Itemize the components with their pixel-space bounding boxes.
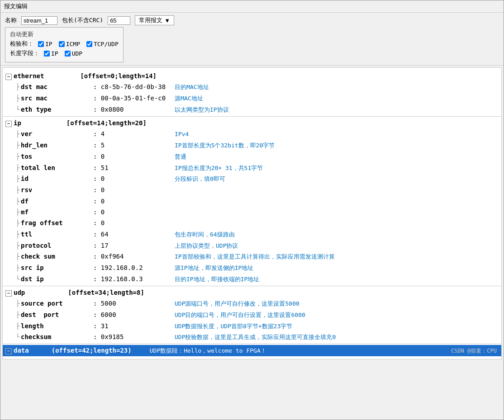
divider2 <box>3 286 501 286</box>
ttl-value: : 64 <box>93 229 166 239</box>
tree-line-icon: └ <box>14 104 21 114</box>
ip-len-item[interactable]: IP <box>44 50 58 57</box>
check-sum-row[interactable]: ├ check sum : 0xf964 IP首部校验和，这里是工具计算得出，实… <box>3 251 501 262</box>
df-value: : 0 <box>93 196 166 206</box>
tree-line-icon: ├ <box>14 93 21 103</box>
src-ip-value: : 192.168.0.2 <box>93 263 166 273</box>
ip-checkbox[interactable] <box>38 41 44 47</box>
df-row[interactable]: ├ df : 0 <box>3 196 501 207</box>
common-packet-dropdown[interactable]: 常用报文 ▼ <box>135 15 174 25</box>
udp-section-header[interactable]: − udp [offset=34;length=8] <box>3 287 501 298</box>
length-field-label: 长度字段： <box>10 49 39 57</box>
udp-len-label: UDP <box>72 50 82 57</box>
ver-key: ver <box>21 129 93 139</box>
data-section-row[interactable]: − data (offset=42;length=23) UDP数据段：Hell… <box>3 345 501 356</box>
src-ip-row[interactable]: ├ src ip : 192.168.0.2 源IP地址，即发送侧的IP地址 <box>3 262 501 274</box>
title-bar: 报文编辑 <box>0 0 504 13</box>
mf-row[interactable]: ├ mf : 0 <box>3 207 501 217</box>
icmp-check-item[interactable]: ICMP <box>59 41 80 47</box>
hdr-len-comment: IP首部长度为5个32bit数，即20字节 <box>175 141 275 151</box>
src-ip-comment: 源IP地址，即发送侧的IP地址 <box>175 264 253 273</box>
ethernet-section-header[interactable]: − ethernet [offset=0;length=14] <box>3 71 501 81</box>
udp-collapse-icon[interactable]: − <box>5 290 12 297</box>
auto-update-label: 自动更新 <box>10 30 33 38</box>
dst-mac-key: dst mac <box>21 82 93 92</box>
udp-len-checkbox[interactable] <box>65 51 71 57</box>
ethernet-collapse-icon[interactable]: − <box>5 74 12 80</box>
udp-length-row[interactable]: ├ length : 31 UDP数据报长度，UDP首部8字节+数据23字节 <box>3 321 501 332</box>
dest-port-row[interactable]: ├ dest port : 6000 UDP目的端口号，用户可自行设置，这里设置… <box>3 309 501 321</box>
data-label: data <box>14 345 29 355</box>
udp-checksum-value: : 0x9185 <box>93 332 166 342</box>
ver-row[interactable]: ├ ver : 4 IPv4 <box>3 128 501 140</box>
ethernet-label: ethernet <box>14 71 44 81</box>
ip-check-label: IP <box>45 41 52 47</box>
src-mac-row[interactable]: ├ src mac : 00-0a-35-01-fe-c0 源MAC地址 <box>3 93 501 104</box>
tos-comment: 普通 <box>175 152 186 162</box>
source-port-key: source port <box>21 298 93 308</box>
rsv-key: rsv <box>21 185 93 195</box>
protocol-row[interactable]: ├ protocol : 17 上层协议类型，UDP协议 <box>3 240 501 251</box>
tree-line-icon: ├ <box>14 298 21 308</box>
ip-offset: [offset=14;length=20] <box>67 118 147 128</box>
packet-editor: − ethernet [offset=0;length=14] ├ dst ma… <box>0 67 504 359</box>
total-len-comment: IP报总长度为20+ 31，共51字节 <box>175 164 263 173</box>
tcp-udp-checkbox[interactable] <box>86 41 92 47</box>
source-port-value: : 5000 <box>93 298 166 308</box>
udp-checksum-row[interactable]: └ checksum : 0x9185 UDP校验数据，这里是工具生成，实际应用… <box>3 331 501 343</box>
df-key: df <box>21 196 93 206</box>
protocol-key: protocol <box>21 241 93 250</box>
src-mac-value: : 00-0a-35-01-fe-c0 <box>93 93 166 103</box>
eth-type-value: : 0x0800 <box>93 104 166 114</box>
eth-type-key: eth type <box>21 104 93 114</box>
tos-row[interactable]: ├ tos : 0 普通 <box>3 151 501 162</box>
ttl-row[interactable]: ├ ttl : 64 包生存时间，64级路由 <box>3 229 501 240</box>
eth-type-comment: 以太网类型为IP协议 <box>175 105 229 115</box>
dst-mac-row[interactable]: ├ dst mac : c8-5b-76-dd-0b-38 目的MAC地址 <box>3 81 501 93</box>
icmp-checkbox[interactable] <box>59 41 65 47</box>
tree-line-icon: ├ <box>14 310 21 320</box>
divider3 <box>3 344 501 344</box>
source-port-row[interactable]: ├ source port : 5000 UDP源端口号，用户可自行修改，这里设… <box>3 298 501 309</box>
check-sum-comment: IP首部校验和，这里是工具计算得出，实际应用需发送测计算 <box>175 252 335 262</box>
dest-port-value: : 6000 <box>93 310 166 320</box>
eth-type-row[interactable]: └ eth type : 0x0800 以太网类型为IP协议 <box>3 104 501 115</box>
frag-offset-value: : 0 <box>93 218 166 228</box>
ip-check-item[interactable]: IP <box>38 41 52 47</box>
udp-len-item[interactable]: UDP <box>65 50 82 57</box>
data-collapse-icon[interactable]: − <box>5 348 12 354</box>
name-input[interactable] <box>21 16 57 25</box>
tree-line-icon: ├ <box>14 185 21 195</box>
tree-line-icon: ├ <box>14 196 21 206</box>
id-row[interactable]: ├ id : 0 分段标识，填0即可 <box>3 173 501 184</box>
checksum-label: 检验和： <box>10 40 33 48</box>
packet-len-input[interactable] <box>108 16 130 25</box>
total-len-value: : 51 <box>93 163 166 173</box>
data-comment: UDP数据段：Hello，welcome to FPGA！ <box>150 346 266 356</box>
tree-line-icon: ├ <box>14 151 21 161</box>
udp-checksum-comment: UDP校验数据，这里是工具生成，实际应用这里可直接全填充0 <box>175 333 336 342</box>
ip-label: ip <box>14 118 21 128</box>
ip-section-header[interactable]: − ip [offset=14;length=20] <box>3 118 501 128</box>
hdr-len-key: hdr_len <box>21 140 93 150</box>
watermark: CSDN @假童：CPU <box>451 347 501 355</box>
total-len-key: total len <box>21 163 93 173</box>
packet-len-label: 包长(不含CRC) <box>62 16 103 24</box>
window-title: 报文编辑 <box>4 3 28 9</box>
hdr-len-row[interactable]: ├ hdr_len : 5 IP首部长度为5个32bit数，即20字节 <box>3 140 501 151</box>
tree-line-icon: ├ <box>14 163 21 173</box>
tcp-udp-check-item[interactable]: TCP/UDP <box>86 41 119 47</box>
src-mac-key: src mac <box>21 93 93 103</box>
id-value: : 0 <box>93 174 166 184</box>
icmp-check-label: ICMP <box>66 41 80 47</box>
data-offset: (offset=42;length=23) <box>52 345 132 355</box>
ethernet-offset: [offset=0;length=14] <box>80 71 157 81</box>
udp-label: udp <box>14 288 25 297</box>
tree-line-icon: ├ <box>14 241 21 250</box>
frag-offset-row[interactable]: ├ frag offset : 0 <box>3 217 501 228</box>
ip-len-checkbox[interactable] <box>44 51 50 57</box>
total-len-row[interactable]: ├ total len : 51 IP报总长度为20+ 31，共51字节 <box>3 162 501 174</box>
rsv-row[interactable]: ├ rsv : 0 <box>3 184 501 195</box>
dst-ip-row[interactable]: └ dst ip : 192.168.0.3 目的IP地址，即接收端的IP地址 <box>3 274 501 285</box>
ip-collapse-icon[interactable]: − <box>5 121 12 127</box>
